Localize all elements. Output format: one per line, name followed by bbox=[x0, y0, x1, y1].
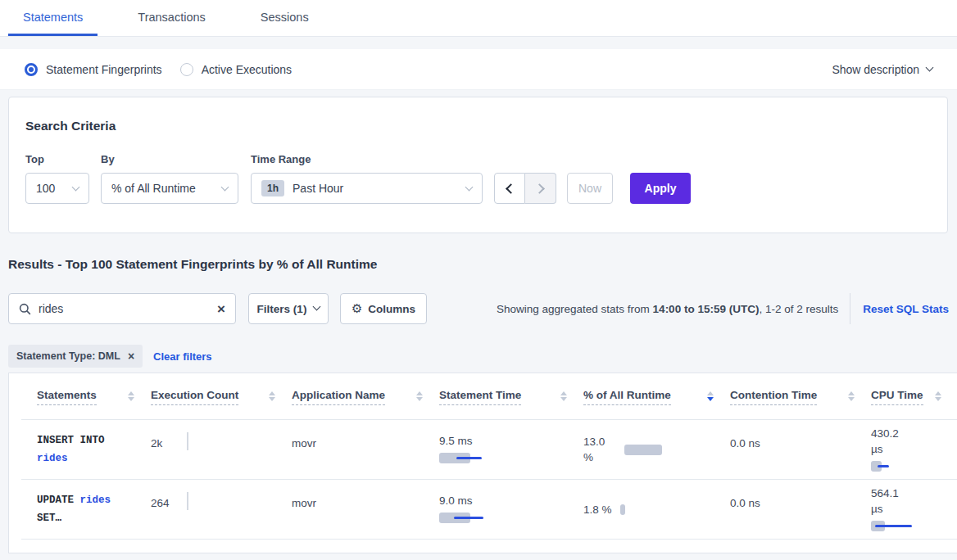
statement-text-line: SET… bbox=[37, 508, 151, 526]
duration-bar bbox=[439, 513, 583, 524]
application-name-cell: movr bbox=[292, 480, 439, 539]
sort-down-arrow bbox=[269, 397, 275, 401]
column-header-application-name[interactable]: Application Name bbox=[292, 387, 439, 405]
application-name-cell: movr bbox=[292, 420, 439, 479]
time-range-select[interactable]: 1h Past Hour bbox=[251, 173, 483, 204]
statement-cell[interactable]: UPDATE ridesSET… bbox=[37, 480, 151, 539]
runtime-bar bbox=[620, 504, 625, 515]
sort-icon[interactable] bbox=[128, 391, 134, 401]
search-criteria-title: Search Criteria bbox=[25, 119, 116, 133]
duration-bar bbox=[439, 453, 583, 464]
show-description-toggle[interactable]: Show description bbox=[832, 63, 932, 76]
now-button[interactable]: Now bbox=[567, 173, 613, 204]
results-heading: Results - Top 100 Statement Fingerprints… bbox=[8, 257, 377, 272]
statement-link[interactable]: rides bbox=[80, 495, 111, 506]
runtime-value: 1.8 % bbox=[583, 502, 612, 517]
bar-blue bbox=[878, 465, 889, 467]
statement-cell[interactable]: INSERT INTOrides bbox=[37, 420, 151, 479]
sort-up-arrow bbox=[416, 391, 423, 395]
columns-button[interactable]: ⚙ Columns bbox=[340, 293, 427, 324]
next-time-button[interactable] bbox=[525, 173, 556, 204]
statement-text-line: UPDATE rides bbox=[37, 490, 151, 508]
statement-link[interactable]: rides bbox=[37, 453, 68, 464]
statements-table: StatementsExecution CountApplication Nam… bbox=[8, 373, 957, 553]
bar-blue bbox=[454, 517, 483, 519]
execution-count-value: 264 bbox=[151, 497, 170, 509]
execution-count-bar bbox=[187, 432, 188, 450]
filters-button[interactable]: Filters (1) bbox=[248, 293, 329, 324]
applied-filters-row: Statement Type: DML × Clear filters bbox=[8, 345, 212, 368]
tab-statements[interactable]: Statements bbox=[8, 0, 98, 36]
table-header-row: StatementsExecution CountApplication Nam… bbox=[21, 373, 957, 420]
by-field-group: By bbox=[101, 153, 115, 165]
column-header-contention-time[interactable]: Contention Time bbox=[730, 387, 871, 405]
previous-time-button[interactable] bbox=[494, 173, 525, 204]
sort-icon[interactable] bbox=[269, 391, 275, 401]
chevron-down-icon bbox=[926, 64, 934, 72]
tab-sessions[interactable]: Sessions bbox=[246, 0, 324, 36]
sort-up-arrow bbox=[269, 391, 275, 395]
column-header-execution-count[interactable]: Execution Count bbox=[151, 387, 292, 405]
sort-icon[interactable] bbox=[560, 391, 567, 401]
cpu-time-cell: 564.1 µs bbox=[871, 480, 957, 539]
radio-label: Active Executions bbox=[202, 63, 293, 76]
clear-filters-link[interactable]: Clear filters bbox=[153, 350, 212, 363]
runtime-bar bbox=[624, 445, 662, 455]
column-header-label: Contention Time bbox=[730, 389, 817, 405]
contention-time-cell: 0.0 ns bbox=[730, 480, 871, 539]
stats-time-range: 14:00 to 15:59 (UTC) bbox=[653, 303, 760, 315]
bar-blue bbox=[456, 457, 482, 459]
tab-label: Sessions bbox=[261, 11, 309, 24]
sort-up-arrow bbox=[560, 391, 567, 395]
radio-statement-fingerprints[interactable]: Statement Fingerprints bbox=[25, 63, 162, 76]
time-range-value: Past Hour bbox=[293, 182, 343, 195]
search-box[interactable]: × bbox=[8, 293, 236, 324]
sort-up-arrow bbox=[935, 391, 941, 395]
time-range-label: Time Range bbox=[251, 153, 311, 165]
column-header-cpu-time[interactable]: CPU Time bbox=[871, 387, 957, 405]
sort-down-arrow bbox=[416, 397, 423, 401]
column-header--of-all-runtime[interactable]: % of All Runtime bbox=[583, 387, 730, 405]
column-header-label: Execution Count bbox=[151, 389, 238, 405]
show-description-label: Show description bbox=[832, 63, 919, 76]
chevron-down-icon bbox=[221, 183, 229, 191]
column-header-statements[interactable]: Statements bbox=[37, 387, 151, 405]
sort-icon[interactable] bbox=[935, 391, 941, 401]
search-criteria-card: Search Criteria Top 100 By % of All Runt… bbox=[8, 97, 948, 233]
tab-label: Transactions bbox=[138, 11, 205, 24]
sort-icon[interactable] bbox=[848, 391, 855, 401]
contention-time-cell: 0.0 ns bbox=[730, 420, 871, 479]
statement-time-value: 9.0 ms bbox=[439, 495, 473, 507]
clear-search-icon[interactable]: × bbox=[217, 302, 225, 316]
stats-text: Showing aggregated stats from 14:00 to 1… bbox=[497, 303, 838, 315]
statement-text-line: rides bbox=[37, 449, 151, 467]
time-range-badge: 1h bbox=[261, 180, 284, 196]
statement-keyword: SET… bbox=[37, 513, 61, 524]
apply-button[interactable]: Apply bbox=[630, 173, 691, 204]
statement-time-value: 9.5 ms bbox=[439, 435, 473, 447]
remove-filter-icon[interactable]: × bbox=[128, 350, 134, 363]
table-row: INSERT INTOrides2kmovr9.5 ms13.0 %0.0 ns… bbox=[21, 420, 957, 480]
radio-active-executions[interactable]: Active Executions bbox=[180, 63, 293, 76]
sort-icon[interactable] bbox=[416, 391, 423, 401]
contention-time-value: 0.0 ns bbox=[730, 497, 760, 509]
tab-transactions[interactable]: Transactions bbox=[123, 0, 220, 36]
sort-icon[interactable] bbox=[707, 391, 714, 401]
top-select[interactable]: 100 bbox=[25, 173, 89, 204]
tab-label: Statements bbox=[23, 11, 83, 24]
top-label: Top bbox=[25, 153, 44, 165]
sort-up-arrow bbox=[707, 391, 714, 395]
chevron-right-icon bbox=[534, 183, 545, 194]
duration-bar bbox=[871, 461, 957, 472]
reset-sql-stats-link[interactable]: Reset SQL Stats bbox=[850, 293, 949, 324]
top-select-value: 100 bbox=[36, 182, 55, 195]
column-header-label: Statements bbox=[37, 389, 97, 405]
chevron-down-icon bbox=[313, 303, 321, 311]
search-input[interactable] bbox=[39, 302, 217, 315]
sort-down-arrow bbox=[848, 397, 855, 401]
column-header-statement-time[interactable]: Statement Time bbox=[439, 387, 583, 405]
view-toggle-bar: Statement Fingerprints Active Executions… bbox=[0, 49, 957, 90]
by-select[interactable]: % of All Runtime bbox=[101, 173, 238, 204]
time-pagination-group bbox=[494, 173, 556, 204]
statement-time-cell: 9.5 ms bbox=[439, 420, 583, 479]
